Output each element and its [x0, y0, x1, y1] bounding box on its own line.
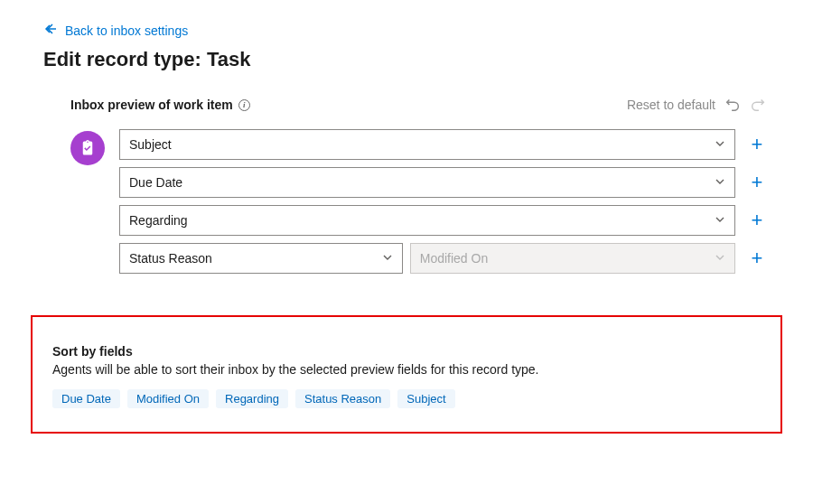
page-title: Edit record type: Task [43, 48, 770, 71]
field-select-label: Subject [129, 137, 172, 152]
field-select-label: Modified On [420, 251, 488, 266]
chevron-down-icon [715, 137, 725, 152]
field-select-due-date[interactable]: Due Date [119, 167, 735, 198]
field-select-modified-on: Modified On [410, 243, 735, 274]
sort-chip[interactable]: Modified On [127, 389, 209, 408]
preview-title-text: Inbox preview of work item [70, 98, 233, 112]
field-select-label: Due Date [129, 175, 182, 190]
sort-chip[interactable]: Regarding [216, 389, 288, 408]
sort-chip[interactable]: Due Date [52, 389, 120, 408]
field-select-label: Regarding [129, 213, 188, 228]
sort-by-fields-section: Sort by fields Agents will be able to so… [31, 315, 782, 434]
redo-icon[interactable] [750, 97, 766, 113]
undo-icon[interactable] [724, 97, 741, 113]
chevron-down-icon [382, 251, 393, 266]
sort-chip[interactable]: Status Reason [295, 389, 390, 408]
preview-section-title: Inbox preview of work item i [70, 98, 250, 112]
field-select-status-reason[interactable]: Status Reason [119, 243, 403, 274]
add-field-button[interactable]: + [744, 129, 770, 160]
add-field-button[interactable]: + [744, 205, 770, 236]
chevron-down-icon [715, 175, 725, 190]
chevron-down-icon [715, 251, 725, 266]
add-field-button[interactable]: + [744, 243, 770, 274]
add-field-button[interactable]: + [744, 167, 770, 198]
field-select-subject[interactable]: Subject [119, 129, 735, 160]
field-select-label: Status Reason [129, 251, 212, 266]
field-select-regarding[interactable]: Regarding [119, 205, 735, 236]
back-link-label: Back to inbox settings [65, 23, 188, 38]
sort-section-description: Agents will be able to sort their inbox … [52, 362, 761, 377]
arrow-left-icon [43, 22, 58, 39]
reset-to-default-button[interactable]: Reset to default [627, 98, 715, 112]
chevron-down-icon [715, 213, 725, 228]
back-to-inbox-settings-link[interactable]: Back to inbox settings [43, 22, 188, 39]
sort-chip[interactable]: Subject [397, 389, 454, 408]
sort-section-title: Sort by fields [52, 344, 761, 359]
task-record-icon [70, 131, 105, 165]
info-icon[interactable]: i [238, 99, 250, 111]
